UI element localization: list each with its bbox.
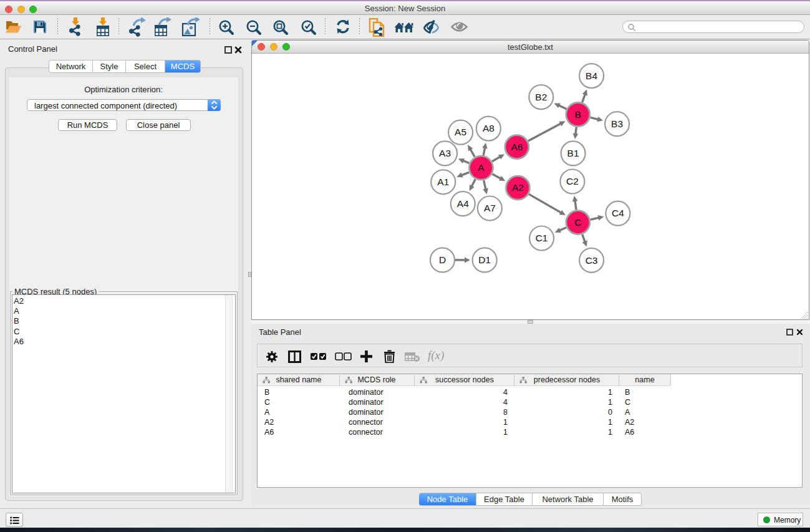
svg-text:C4: C4 [612,208,624,218]
svg-text:A5: A5 [455,127,466,137]
svg-text:C1: C1 [536,233,548,243]
svg-text:B: B [575,109,581,120]
svg-text:C2: C2 [566,176,579,186]
svg-text:A3: A3 [439,148,451,158]
svg-text:A7: A7 [484,203,496,213]
svg-text:B2: B2 [535,92,547,102]
svg-text:A8: A8 [483,123,494,133]
svg-text:A2: A2 [512,182,524,193]
svg-text:D: D [439,254,446,265]
svg-text:B1: B1 [567,148,579,158]
svg-text:B3: B3 [611,118,623,129]
svg-text:A1: A1 [437,177,449,187]
svg-text:A6: A6 [511,142,523,152]
svg-text:C: C [574,217,581,228]
svg-text:A4: A4 [457,198,469,209]
svg-text:B4: B4 [586,70,597,81]
svg-text:C3: C3 [586,255,598,266]
svg-text:A: A [478,162,485,173]
svg-text:D1: D1 [478,254,491,265]
